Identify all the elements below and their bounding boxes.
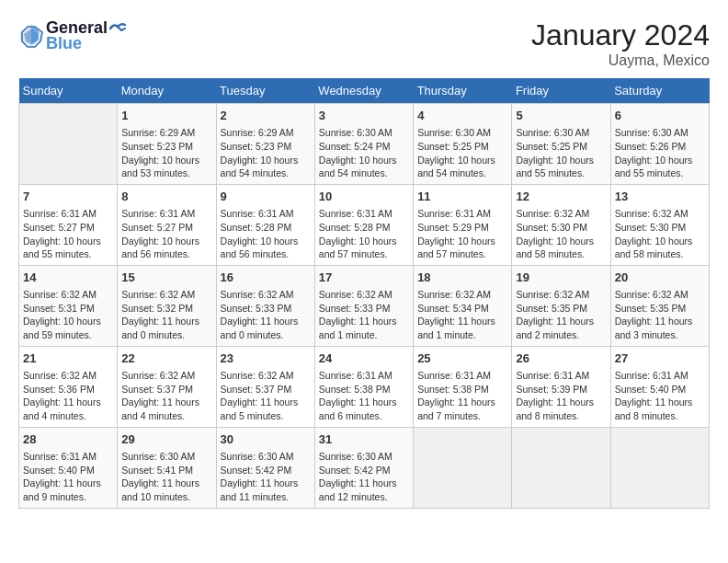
day-info-text: Sunrise: 6:30 AM Sunset: 5:25 PM Dayligh… [516,126,606,180]
day-number: 3 [319,108,409,124]
day-number: 29 [121,431,211,448]
day-number: 9 [221,189,311,205]
day-number: 25 [417,350,507,367]
day-number: 18 [417,270,507,286]
day-info-text: Sunrise: 6:32 AM Sunset: 5:35 PM Dayligh… [516,288,606,342]
day-info-text: Sunrise: 6:32 AM Sunset: 5:30 PM Dayligh… [516,207,606,261]
day-cell: 9Sunrise: 6:31 AM Sunset: 5:28 PM Daylig… [216,184,314,265]
day-info-text: Sunrise: 6:32 AM Sunset: 5:31 PM Dayligh… [23,288,113,342]
week-row-1: 1Sunrise: 6:29 AM Sunset: 5:23 PM Daylig… [19,104,710,185]
day-cell [610,427,709,508]
day-cell: 19Sunrise: 6:32 AM Sunset: 5:35 PM Dayli… [512,265,610,346]
day-info-text: Sunrise: 6:31 AM Sunset: 5:38 PM Dayligh… [417,369,507,423]
day-info-text: Sunrise: 6:30 AM Sunset: 5:24 PM Dayligh… [319,126,409,180]
day-info-text: Sunrise: 6:30 AM Sunset: 5:26 PM Dayligh… [615,126,705,180]
page-header: General Blue January 2024 Uayma, Mexico [18,18,710,69]
day-info-text: Sunrise: 6:31 AM Sunset: 5:27 PM Dayligh… [23,207,113,261]
header-day-wednesday: Wednesday [314,78,413,104]
day-info-text: Sunrise: 6:32 AM Sunset: 5:33 PM Dayligh… [221,288,311,342]
day-number: 11 [417,189,507,205]
day-info-text: Sunrise: 6:32 AM Sunset: 5:30 PM Dayligh… [615,207,705,261]
day-cell: 10Sunrise: 6:31 AM Sunset: 5:28 PM Dayli… [314,184,413,265]
week-row-3: 14Sunrise: 6:32 AM Sunset: 5:31 PM Dayli… [19,265,710,346]
day-number: 14 [23,270,113,286]
day-info-text: Sunrise: 6:29 AM Sunset: 5:23 PM Dayligh… [121,126,211,180]
day-cell: 15Sunrise: 6:32 AM Sunset: 5:32 PM Dayli… [118,265,216,346]
title-block: January 2024 Uayma, Mexico [531,18,710,69]
day-cell [512,427,610,508]
day-cell: 14Sunrise: 6:32 AM Sunset: 5:31 PM Dayli… [19,265,118,346]
header-day-friday: Friday [512,78,610,104]
day-cell: 2Sunrise: 6:29 AM Sunset: 5:23 PM Daylig… [216,104,314,185]
header-day-thursday: Thursday [414,78,512,104]
day-cell: 27Sunrise: 6:31 AM Sunset: 5:40 PM Dayli… [610,346,709,427]
day-number: 5 [516,108,606,124]
day-number: 30 [221,431,311,448]
day-cell: 29Sunrise: 6:30 AM Sunset: 5:41 PM Dayli… [118,427,216,508]
calendar-table: SundayMondayTuesdayWednesdayThursdayFrid… [18,78,710,509]
logo-bird [108,22,127,35]
day-cell: 28Sunrise: 6:31 AM Sunset: 5:40 PM Dayli… [19,427,118,508]
day-number: 13 [615,189,705,205]
day-cell: 21Sunrise: 6:32 AM Sunset: 5:36 PM Dayli… [19,346,118,427]
day-cell: 16Sunrise: 6:32 AM Sunset: 5:33 PM Dayli… [216,265,314,346]
day-info-text: Sunrise: 6:30 AM Sunset: 5:42 PM Dayligh… [319,450,409,504]
logo-icon [18,23,44,49]
day-cell: 3Sunrise: 6:30 AM Sunset: 5:24 PM Daylig… [314,104,413,185]
day-cell: 6Sunrise: 6:30 AM Sunset: 5:26 PM Daylig… [610,104,709,185]
day-cell: 13Sunrise: 6:32 AM Sunset: 5:30 PM Dayli… [610,184,709,265]
day-info-text: Sunrise: 6:31 AM Sunset: 5:38 PM Dayligh… [319,369,409,423]
day-cell: 30Sunrise: 6:30 AM Sunset: 5:42 PM Dayli… [216,427,314,508]
day-info-text: Sunrise: 6:29 AM Sunset: 5:23 PM Dayligh… [221,126,311,180]
header-day-tuesday: Tuesday [216,78,314,104]
day-number: 12 [516,189,606,205]
day-info-text: Sunrise: 6:31 AM Sunset: 5:27 PM Dayligh… [121,207,211,261]
day-cell: 8Sunrise: 6:31 AM Sunset: 5:27 PM Daylig… [118,184,216,265]
header-day-saturday: Saturday [610,78,709,104]
day-info-text: Sunrise: 6:32 AM Sunset: 5:35 PM Dayligh… [615,288,705,342]
day-info-text: Sunrise: 6:32 AM Sunset: 5:33 PM Dayligh… [319,288,409,342]
day-cell: 18Sunrise: 6:32 AM Sunset: 5:34 PM Dayli… [414,265,512,346]
day-cell [19,104,118,185]
day-info-text: Sunrise: 6:31 AM Sunset: 5:29 PM Dayligh… [417,207,507,261]
day-number: 22 [121,350,211,367]
day-number: 23 [221,350,311,367]
day-number: 27 [615,350,705,367]
week-row-4: 21Sunrise: 6:32 AM Sunset: 5:36 PM Dayli… [19,346,710,427]
day-info-text: Sunrise: 6:31 AM Sunset: 5:40 PM Dayligh… [615,369,705,423]
day-number: 31 [319,431,409,448]
location: Uayma, Mexico [531,52,710,69]
day-number: 4 [417,108,507,124]
day-cell: 5Sunrise: 6:30 AM Sunset: 5:25 PM Daylig… [512,104,610,185]
day-info-text: Sunrise: 6:31 AM Sunset: 5:40 PM Dayligh… [23,450,113,504]
day-cell: 17Sunrise: 6:32 AM Sunset: 5:33 PM Dayli… [314,265,413,346]
day-number: 2 [221,108,311,124]
week-row-5: 28Sunrise: 6:31 AM Sunset: 5:40 PM Dayli… [19,427,710,508]
day-cell: 1Sunrise: 6:29 AM Sunset: 5:23 PM Daylig… [118,104,216,185]
day-number: 28 [23,431,113,448]
day-number: 20 [615,270,705,286]
header-day-sunday: Sunday [19,78,118,104]
day-number: 1 [121,108,211,124]
day-info-text: Sunrise: 6:30 AM Sunset: 5:25 PM Dayligh… [417,126,507,180]
week-row-2: 7Sunrise: 6:31 AM Sunset: 5:27 PM Daylig… [19,184,710,265]
day-cell: 23Sunrise: 6:32 AM Sunset: 5:37 PM Dayli… [216,346,314,427]
day-cell: 4Sunrise: 6:30 AM Sunset: 5:25 PM Daylig… [414,104,512,185]
logo: General Blue [18,18,127,53]
day-cell: 25Sunrise: 6:31 AM Sunset: 5:38 PM Dayli… [414,346,512,427]
day-info-text: Sunrise: 6:31 AM Sunset: 5:39 PM Dayligh… [516,369,606,423]
day-number: 7 [23,189,113,205]
day-cell: 26Sunrise: 6:31 AM Sunset: 5:39 PM Dayli… [512,346,610,427]
day-info-text: Sunrise: 6:31 AM Sunset: 5:28 PM Dayligh… [221,207,311,261]
day-cell [414,427,512,508]
day-info-text: Sunrise: 6:31 AM Sunset: 5:28 PM Dayligh… [319,207,409,261]
day-info-text: Sunrise: 6:30 AM Sunset: 5:42 PM Dayligh… [221,450,311,504]
day-cell: 20Sunrise: 6:32 AM Sunset: 5:35 PM Dayli… [610,265,709,346]
day-number: 8 [121,189,211,205]
day-number: 17 [319,270,409,286]
day-cell: 12Sunrise: 6:32 AM Sunset: 5:30 PM Dayli… [512,184,610,265]
day-info-text: Sunrise: 6:32 AM Sunset: 5:37 PM Dayligh… [121,369,211,423]
day-number: 19 [516,270,606,286]
day-number: 21 [23,350,113,367]
day-number: 10 [319,189,409,205]
